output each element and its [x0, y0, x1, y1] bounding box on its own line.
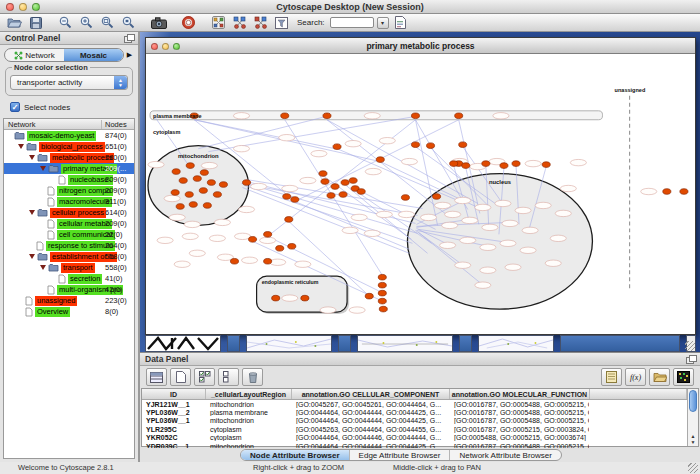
node-label-ellipse[interactable] — [182, 233, 198, 239]
node-label-ellipse[interactable] — [282, 295, 298, 301]
node[interactable] — [378, 298, 386, 304]
node-label-ellipse[interactable] — [320, 307, 336, 313]
table-cell[interactable]: [GO:0045267, GO:0045261, GO:0044464, G..… — [292, 401, 450, 408]
table-cell[interactable]: [GO:0044464, GO:0044444, GO:0044425, G..… — [292, 417, 450, 424]
node[interactable] — [482, 161, 490, 167]
table-cell[interactable]: [GO:0016787, GO:0005215, GO:0003824, G..… — [450, 426, 590, 433]
node[interactable] — [680, 189, 688, 195]
background-window[interactable] — [478, 335, 554, 352]
node[interactable] — [285, 217, 293, 223]
node-label-ellipse[interactable] — [214, 219, 230, 225]
node-label-ellipse[interactable] — [520, 247, 536, 253]
node-label-ellipse[interactable] — [475, 204, 491, 210]
background-window[interactable] — [338, 335, 351, 352]
tree-row[interactable]: cellular process614(0) — [4, 207, 134, 218]
node-label-ellipse[interactable] — [242, 257, 258, 263]
column-header[interactable]: annotation.GO MOLECULAR_FUNCTION — [450, 389, 590, 399]
import-attributes-button[interactable] — [649, 368, 670, 386]
tree-header-network[interactable]: Network — [4, 120, 102, 129]
tree-row[interactable]: multi-organism pro42(0) — [4, 284, 134, 295]
net-close-button[interactable] — [151, 43, 158, 50]
node-label-ellipse[interactable] — [279, 135, 295, 141]
table-row[interactable]: YKR052Ccytoplasm[GO:0044464, GO:0044446,… — [142, 434, 687, 442]
node[interactable] — [333, 144, 341, 150]
tree-row[interactable]: metabolic process280(0) — [4, 152, 134, 163]
node[interactable] — [379, 306, 387, 312]
node-label-ellipse[interactable] — [364, 113, 380, 119]
scrollbar-arrows[interactable]: ▲▼ — [688, 433, 698, 445]
node-label-ellipse[interactable] — [442, 222, 458, 228]
expander-icon[interactable] — [40, 265, 46, 270]
tree-row[interactable]: cellular metabo209(0) — [4, 218, 134, 229]
table-row[interactable]: YPL036W__2plasma membrane[GO:0044464, GO… — [142, 408, 687, 416]
column-header[interactable]: annotation.GO CELLULAR_COMPONENT — [292, 389, 450, 399]
table-cell[interactable]: [GO:0016787, GO:0005488, GO:0005215, G..… — [450, 417, 590, 424]
node-label-ellipse[interactable] — [515, 207, 531, 213]
node-label-ellipse[interactable] — [169, 214, 185, 220]
node-label-ellipse[interactable] — [345, 140, 361, 146]
node[interactable] — [301, 295, 309, 301]
node[interactable] — [378, 274, 386, 280]
tree-row[interactable]: nucleobase-209(0) — [4, 174, 134, 185]
node-label-ellipse[interactable] — [480, 267, 496, 273]
table-cell[interactable]: [GO:0044464, GO:0044444, GO:0044425, G..… — [292, 409, 450, 416]
node[interactable] — [376, 157, 384, 163]
node-label-ellipse[interactable] — [148, 161, 164, 167]
node-label-ellipse[interactable] — [435, 202, 451, 208]
tree-header-nodes[interactable]: Nodes — [102, 120, 127, 129]
function-builder-button[interactable]: f(x) — [625, 368, 646, 386]
node[interactable] — [186, 163, 194, 169]
table-cell[interactable]: YKR052C — [142, 434, 206, 441]
background-window[interactable] — [357, 335, 453, 352]
select-attributes-button[interactable] — [194, 368, 215, 386]
table-cell[interactable]: YJR121W__1 — [142, 401, 206, 408]
node[interactable] — [171, 190, 179, 196]
node-label-ellipse[interactable] — [189, 250, 205, 256]
tree-row[interactable]: mosaic-demo-yeast874(0) — [4, 130, 134, 141]
node-label-ellipse[interactable] — [365, 168, 381, 174]
node-label-ellipse[interactable] — [351, 214, 367, 220]
node[interactable] — [243, 180, 251, 186]
tree-row[interactable]: Overview8(0) — [4, 306, 134, 317]
node-label-ellipse[interactable] — [482, 224, 498, 230]
table-cell[interactable]: YPL036W__1 — [142, 417, 206, 424]
tree-row[interactable]: transport558(0) — [4, 262, 134, 273]
node[interactable] — [230, 258, 238, 264]
table-row[interactable]: YPL036W__1mitochondrion[GO:0044464, GO:0… — [142, 417, 687, 425]
network-canvas[interactable]: plasma membranecytoplasmmitochondrionnuc… — [146, 54, 695, 334]
node-label-ellipse[interactable] — [300, 177, 316, 183]
tab-mosaic[interactable]: Mosaic — [64, 49, 123, 61]
node-label-ellipse[interactable] — [555, 210, 571, 216]
background-window[interactable] — [560, 335, 680, 352]
table-cell[interactable]: cytoplasm — [206, 434, 292, 441]
tree-row[interactable]: cell communicat22(0) — [4, 229, 134, 240]
minimize-button[interactable] — [19, 3, 27, 11]
node[interactable] — [500, 163, 508, 169]
node-label-ellipse[interactable] — [311, 150, 327, 156]
search-dropdown-button[interactable]: ▾ — [377, 17, 389, 29]
zoom-in-button[interactable] — [77, 15, 96, 31]
node[interactable] — [185, 192, 193, 198]
table-row[interactable]: YJR121W__1mitochondrion[GO:0045267, GO:0… — [142, 400, 687, 408]
net-minimize-button[interactable] — [162, 43, 169, 50]
app-resize-grip[interactable] — [688, 463, 698, 473]
report-button[interactable] — [391, 15, 410, 31]
node[interactable] — [249, 237, 257, 243]
table-cell[interactable]: mitochondrion — [206, 401, 292, 408]
node-label-ellipse[interactable] — [421, 214, 437, 220]
node[interactable] — [349, 178, 357, 184]
float-panel-icon[interactable] — [124, 34, 133, 42]
node[interactable] — [319, 171, 327, 177]
node[interactable] — [321, 179, 329, 185]
node-label-ellipse[interactable] — [500, 240, 516, 246]
matrix-view-button[interactable] — [673, 368, 694, 386]
node[interactable] — [281, 113, 289, 119]
node-label-ellipse[interactable] — [184, 221, 200, 227]
node[interactable] — [455, 113, 463, 119]
node[interactable] — [378, 290, 386, 296]
node-label-ellipse[interactable] — [560, 185, 576, 191]
node-label-ellipse[interactable] — [505, 264, 521, 270]
table-cell[interactable]: YLR295C — [142, 426, 206, 433]
node[interactable] — [179, 178, 187, 184]
tree-row[interactable]: nitrogen compo209(0) — [4, 185, 134, 196]
